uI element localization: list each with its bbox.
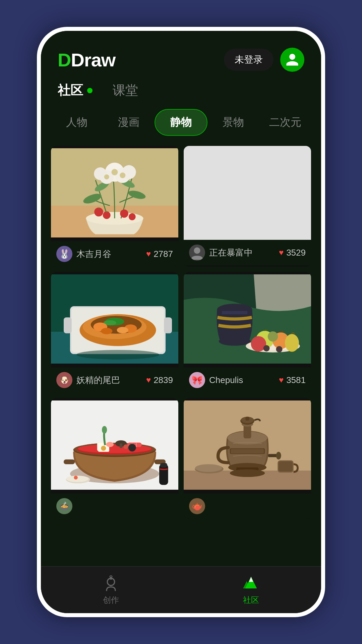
svg-rect-35 — [164, 317, 172, 333]
hotpot-artwork — [51, 398, 178, 492]
user-avatar-button[interactable] — [280, 48, 304, 72]
artwork-grid: 🐰 木吉月谷 ♥ 2787 — [51, 146, 311, 519]
avatar-2 — [189, 245, 205, 261]
username-2: 正在暴富中 — [209, 247, 253, 259]
artwork-item-3[interactable]: 🐶 妖精的尾巴 ♥ 2839 — [51, 272, 178, 393]
like-count-2: ♥ 3529 — [279, 248, 306, 258]
artwork-item-5[interactable]: 🍲 — [51, 398, 178, 519]
artwork-1-meta: 🐰 木吉月谷 ♥ 2787 — [51, 241, 178, 267]
user-info-4: 🎀 Chepulis — [189, 372, 243, 388]
login-button[interactable]: 未登录 — [224, 49, 274, 71]
artwork-item-4[interactable]: 🎀 Chepulis ♥ 3581 — [184, 272, 311, 393]
nav-create[interactable]: 创作 — [41, 575, 181, 605]
community-label: 社区 — [243, 595, 259, 605]
svg-point-63 — [106, 442, 114, 447]
user-info-3: 🐶 妖精的尾巴 — [56, 372, 120, 388]
phone-frame: DDraw 未登录 社区 课堂 人物 漫画 — [37, 27, 325, 617]
artwork-6-meta: 🫖 — [184, 493, 311, 519]
svg-rect-80 — [231, 449, 264, 453]
heart-icon-2: ♥ — [279, 248, 284, 257]
artwork-3-meta: 🐶 妖精的尾巴 ♥ 2839 — [51, 367, 178, 393]
like-count-1: ♥ 2787 — [146, 249, 173, 259]
category-landscape[interactable]: 景物 — [207, 110, 259, 135]
category-bar: 人物 漫画 静物 景物 二次元 — [41, 106, 321, 146]
artwork-grid-container: 🐰 木吉月谷 ♥ 2787 — [41, 146, 321, 566]
header: DDraw 未登录 — [41, 31, 321, 78]
username-1: 木吉月谷 — [76, 248, 111, 260]
nav-tabs: 社区 课堂 — [41, 78, 321, 106]
artwork-item-6[interactable]: 🫖 — [184, 398, 311, 519]
create-icon — [102, 575, 120, 592]
svg-point-19 — [129, 213, 136, 220]
user-info-5: 🍲 — [56, 498, 76, 514]
avatar-5: 🍲 — [56, 498, 72, 514]
category-manga[interactable]: 漫画 — [103, 110, 154, 135]
user-info-2: 正在暴富中 — [189, 245, 253, 261]
username-4: Chepulis — [209, 375, 243, 385]
svg-point-83 — [230, 469, 265, 477]
svg-point-46 — [268, 331, 278, 341]
tab-community[interactable]: 社区 — [58, 82, 93, 99]
artwork-item-2[interactable]: 正在暴富中 ♥ 3529 — [184, 146, 311, 267]
svg-marker-99 — [249, 577, 253, 582]
svg-rect-90 — [245, 417, 249, 420]
create-icon-svg — [102, 575, 120, 592]
svg-point-33 — [117, 327, 128, 333]
artwork-5-meta: 🍲 — [51, 493, 178, 519]
avatar-1: 🐰 — [56, 246, 72, 262]
svg-point-45 — [285, 334, 299, 352]
svg-rect-67 — [64, 460, 75, 464]
vase-artwork — [184, 272, 311, 366]
like-count-3: ♥ 2839 — [146, 375, 173, 385]
community-icon — [242, 575, 260, 592]
svg-point-66 — [124, 444, 128, 449]
header-actions: 未登录 — [224, 48, 304, 72]
svg-rect-92 — [279, 461, 293, 471]
svg-point-94 — [195, 464, 222, 472]
logo-accent: D — [58, 49, 71, 70]
svg-point-48 — [276, 346, 283, 353]
svg-rect-34 — [64, 317, 72, 333]
svg-point-47 — [263, 345, 270, 352]
community-icon-svg — [242, 575, 260, 592]
svg-point-13 — [112, 169, 118, 175]
tab-classroom[interactable]: 课堂 — [113, 82, 138, 99]
create-label: 创作 — [103, 595, 119, 605]
user-info-1: 🐰 木吉月谷 — [56, 246, 111, 262]
username-3: 妖精的尾巴 — [76, 374, 120, 386]
avatar-3: 🐶 — [56, 372, 72, 388]
svg-point-14 — [104, 174, 109, 179]
svg-point-85 — [276, 452, 281, 460]
svg-point-39 — [219, 337, 251, 346]
person-icon — [285, 52, 300, 67]
svg-rect-58 — [120, 443, 122, 448]
svg-point-15 — [120, 172, 125, 178]
svg-point-20 — [194, 247, 200, 254]
avatar-4: 🎀 — [189, 372, 205, 388]
category-anime[interactable]: 二次元 — [259, 110, 311, 135]
bottom-nav: 创作 社区 — [41, 566, 321, 613]
artwork-item-1[interactable]: 🐰 木吉月谷 ♥ 2787 — [51, 146, 178, 267]
avatar-6: 🫖 — [189, 498, 205, 514]
category-still[interactable]: 静物 — [155, 109, 207, 136]
flowers-artwork — [51, 146, 178, 240]
heart-icon-3: ♥ — [146, 375, 151, 385]
svg-point-36 — [76, 350, 159, 360]
svg-point-18 — [120, 209, 128, 218]
svg-point-96 — [110, 577, 113, 580]
heart-icon-1: ♥ — [146, 249, 151, 259]
category-people[interactable]: 人物 — [51, 110, 103, 135]
nav-community[interactable]: 社区 — [181, 575, 321, 605]
phone-screen: DDraw 未登录 社区 课堂 人物 漫画 — [41, 31, 321, 613]
svg-point-71 — [74, 476, 77, 479]
svg-point-62 — [102, 426, 107, 434]
app-logo: DDraw — [58, 49, 115, 71]
placeholder-artwork — [184, 146, 311, 240]
svg-point-64 — [128, 444, 136, 451]
avatar-2-svg — [189, 245, 205, 261]
artwork-2-meta: 正在暴富中 ♥ 3529 — [184, 240, 311, 265]
food-artwork — [51, 272, 178, 366]
svg-point-65 — [101, 446, 106, 451]
heart-icon-4: ♥ — [279, 375, 284, 385]
like-count-4: ♥ 3581 — [279, 375, 306, 385]
